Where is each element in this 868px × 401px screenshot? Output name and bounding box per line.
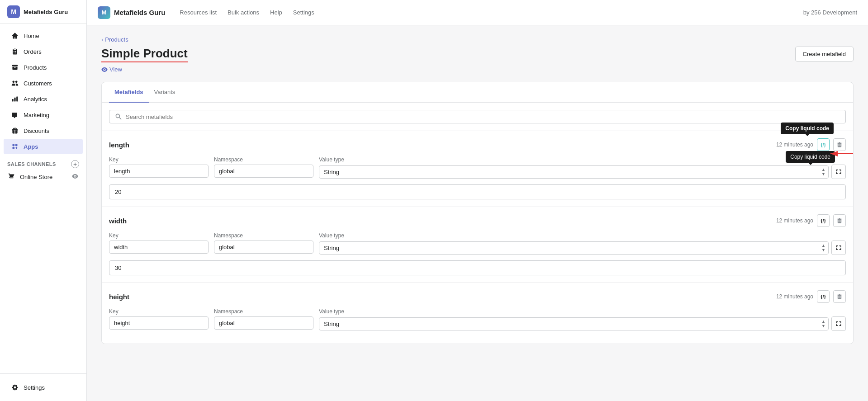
namespace-input-width[interactable] <box>214 241 313 254</box>
fields-row-width: Key Namespace Value type String <box>109 232 846 255</box>
copy-liquid-button-width[interactable]: {/} <box>817 214 830 227</box>
marketing-icon <box>11 111 19 119</box>
sidebar-item-label: Discounts <box>24 127 49 134</box>
sidebar-item-apps[interactable]: Apps <box>4 139 83 154</box>
expand-icon <box>835 169 842 175</box>
key-input-height[interactable] <box>109 316 209 330</box>
valuetype-select-width[interactable]: String Integer JSON object Boolean <box>319 242 819 254</box>
search-input[interactable] <box>126 113 840 120</box>
sidebar-header: M Metafields Guru <box>0 0 86 24</box>
sidebar-item-home[interactable]: Home <box>4 28 83 43</box>
products-icon <box>11 63 19 71</box>
sidebar-item-settings[interactable]: Settings <box>4 380 83 395</box>
discounts-icon <box>11 127 19 135</box>
expand-button-length[interactable] <box>831 165 846 179</box>
key-label: Key <box>109 308 209 315</box>
topbar-bulk-actions[interactable]: Bulk actions <box>228 7 259 18</box>
valuetype-select-container-length: String Integer JSON object Boolean ▲▼ <box>319 165 829 179</box>
sidebar: M Metafields Guru Home Orders Products <box>0 0 87 401</box>
breadcrumb[interactable]: ‹ Products <box>101 36 854 43</box>
fields-row-height: Key Namespace Value type String <box>109 308 846 331</box>
metafield-name-height: height <box>109 293 129 301</box>
breadcrumb-arrow: ‹ <box>101 36 103 43</box>
key-label: Key <box>109 232 209 239</box>
store-name: Metafields Guru <box>24 9 68 15</box>
metafield-row-height: height 12 minutes ago {/} Key <box>102 283 853 344</box>
sidebar-item-discounts[interactable]: Discounts <box>4 123 83 138</box>
expand-button-height[interactable] <box>831 316 846 331</box>
select-arrows: ▲▼ <box>819 319 828 328</box>
metafield-time-height: 12 minutes ago <box>776 293 813 300</box>
sidebar-logo: M <box>7 5 20 18</box>
valuetype-select-height[interactable]: String Integer JSON object Boolean <box>319 318 819 330</box>
search-wrap <box>102 103 853 131</box>
create-metafield-button[interactable]: Create metafield <box>795 47 854 61</box>
metafield-header-width: width 12 minutes ago {/} <box>109 214 846 227</box>
sidebar-item-label: Apps <box>24 143 38 150</box>
add-sales-channel-button[interactable]: + <box>71 160 79 168</box>
sidebar-item-label: Analytics <box>24 96 47 103</box>
key-input-width[interactable] <box>109 241 209 254</box>
topbar-by-text: by 256 Development <box>803 9 857 16</box>
metafield-time-width: 12 minutes ago <box>776 217 813 224</box>
app-name: Metafields Guru <box>114 9 165 16</box>
expand-button-width[interactable] <box>831 241 846 255</box>
valuetype-label: Value type <box>319 232 846 239</box>
field-group-namespace-height: Namespace <box>214 308 313 331</box>
field-group-key-width: Key <box>109 232 209 255</box>
sidebar-item-label: Home <box>24 33 39 39</box>
expand-icon <box>835 321 842 327</box>
topbar: M Metafields Guru Resources list Bulk ac… <box>87 0 868 25</box>
field-group-key-height: Key <box>109 308 209 331</box>
valuetype-control-width: String Integer JSON object Boolean ▲▼ <box>319 241 846 255</box>
breadcrumb-label: Products <box>105 36 128 43</box>
copy-liquid-button-height[interactable]: {/} <box>817 290 830 303</box>
valuetype-select-container-height: String Integer JSON object Boolean ▲▼ <box>319 317 829 330</box>
search-icon <box>115 113 122 120</box>
sidebar-item-marketing[interactable]: Marketing <box>4 107 83 123</box>
store-icon <box>7 173 15 181</box>
topbar-help[interactable]: Help <box>270 7 282 18</box>
customers-icon <box>11 79 19 87</box>
valuetype-label: Value type <box>319 156 846 163</box>
sidebar-item-customers[interactable]: Customers <box>4 75 83 91</box>
valuetype-control-height: String Integer JSON object Boolean ▲▼ <box>319 316 846 331</box>
namespace-label: Namespace <box>214 156 313 163</box>
metafield-name-width: width <box>109 217 127 225</box>
tab-metafields[interactable]: Metafields <box>109 82 149 103</box>
field-group-namespace-width: Namespace <box>214 232 313 255</box>
trash-icon <box>836 293 843 300</box>
settings-icon <box>11 383 19 392</box>
view-link[interactable]: View <box>101 66 188 73</box>
sidebar-item-online-store[interactable]: Online Store <box>0 170 86 184</box>
sidebar-item-products[interactable]: Products <box>4 60 83 75</box>
valuetype-label: Value type <box>319 308 846 315</box>
sidebar-item-orders[interactable]: Orders <box>4 44 83 59</box>
metafield-time-length: 12 minutes ago <box>776 142 813 148</box>
orders-icon <box>11 47 19 56</box>
metafield-header-length: length 12 minutes ago {/} Copy liquid co… <box>109 138 846 151</box>
metafield-actions-width: 12 minutes ago {/} <box>776 214 846 227</box>
eye-icon <box>101 66 108 73</box>
sidebar-item-label: Marketing <box>24 112 49 118</box>
topbar-resources-list[interactable]: Resources list <box>180 7 217 18</box>
namespace-input-height[interactable] <box>214 316 313 330</box>
sidebar-item-analytics[interactable]: Analytics <box>4 91 83 107</box>
valuetype-select-length[interactable]: String Integer JSON object Boolean <box>319 166 819 178</box>
delete-button-width[interactable] <box>833 214 846 227</box>
valuetype-select-container-width: String Integer JSON object Boolean ▲▼ <box>319 241 829 255</box>
tab-bar: Metafields Variants <box>102 82 853 103</box>
field-group-namespace-length: Namespace <box>214 156 313 179</box>
delete-button-height[interactable] <box>833 290 846 303</box>
field-group-valuetype-length: Value type String Integer JSON object Bo… <box>319 156 846 179</box>
metafield-row-length: length 12 minutes ago {/} Copy liquid co… <box>102 131 853 207</box>
metafield-row-width: width 12 minutes ago {/} Key <box>102 207 853 283</box>
key-input-length[interactable] <box>109 165 209 178</box>
eye-icon[interactable] <box>72 173 79 180</box>
metafield-name-length: length <box>109 141 129 149</box>
field-group-valuetype-width: Value type String Integer JSON object Bo… <box>319 232 846 255</box>
topbar-settings[interactable]: Settings <box>293 7 314 18</box>
value-display-width: 30 <box>109 260 846 275</box>
namespace-input-length[interactable] <box>214 165 313 178</box>
tab-variants[interactable]: Variants <box>149 82 181 103</box>
